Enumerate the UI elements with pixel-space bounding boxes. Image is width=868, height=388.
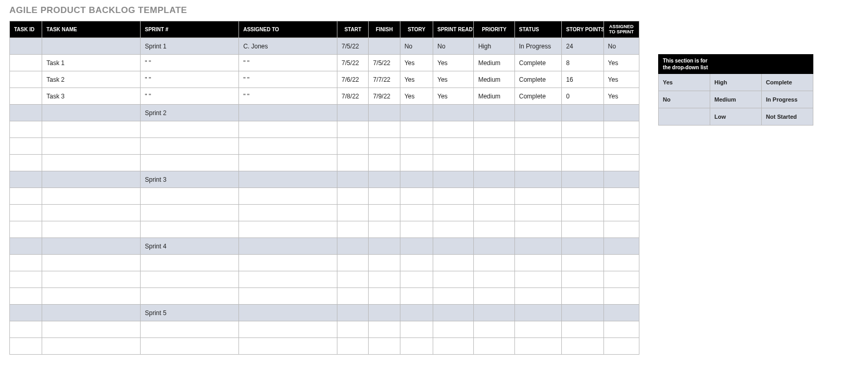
cell-status[interactable]	[514, 205, 561, 221]
cell-assigned-to-sprint[interactable]	[603, 205, 639, 221]
cell-finish[interactable]: 7/5/22	[369, 55, 400, 71]
cell-finish[interactable]	[369, 305, 400, 321]
cell-sprint[interactable]: Sprint 5	[141, 305, 239, 321]
cell-sprint[interactable]	[141, 138, 239, 155]
cell-priority[interactable]	[474, 238, 514, 255]
cell-assigned-to[interactable]	[239, 138, 337, 155]
cell-start[interactable]	[337, 155, 369, 171]
cell-task-name[interactable]	[42, 171, 141, 188]
cell-status[interactable]	[514, 171, 561, 188]
cell-sprint-ready[interactable]	[433, 188, 474, 205]
cell-sprint-ready[interactable]	[433, 238, 474, 255]
cell-status[interactable]	[514, 221, 561, 238]
cell-finish[interactable]	[369, 155, 400, 171]
cell-task-id[interactable]	[10, 38, 42, 55]
cell-sprint-ready[interactable]	[433, 171, 474, 188]
cell-sprint[interactable]: " "	[141, 71, 239, 88]
cell-task-name[interactable]	[42, 205, 141, 221]
cell-start[interactable]	[337, 238, 369, 255]
cell-story-points[interactable]	[562, 338, 603, 355]
cell-priority[interactable]	[474, 171, 514, 188]
cell-finish[interactable]	[369, 321, 400, 338]
cell-story-points[interactable]	[562, 305, 603, 321]
cell-task-id[interactable]	[10, 171, 42, 188]
cell-sprint-ready[interactable]	[433, 221, 474, 238]
cell-start[interactable]	[337, 105, 369, 121]
cell-story-points[interactable]	[562, 171, 603, 188]
cell-finish[interactable]	[369, 188, 400, 205]
cell-assigned-to-sprint[interactable]	[603, 271, 639, 288]
cell-status[interactable]	[514, 188, 561, 205]
cell-assigned-to[interactable]	[239, 121, 337, 138]
cell-story-points[interactable]: 24	[562, 38, 603, 55]
cell-sprint-ready[interactable]	[433, 105, 474, 121]
cell-assigned-to-sprint[interactable]	[603, 338, 639, 355]
cell-start[interactable]: 7/5/22	[337, 55, 369, 71]
cell-assigned-to[interactable]	[239, 171, 337, 188]
cell-task-id[interactable]	[10, 221, 42, 238]
cell-priority[interactable]	[474, 221, 514, 238]
cell-sprint-ready[interactable]	[433, 138, 474, 155]
cell-start[interactable]	[337, 305, 369, 321]
cell-task-id[interactable]	[10, 321, 42, 338]
cell-story-points[interactable]	[562, 288, 603, 305]
cell-task-id[interactable]	[10, 188, 42, 205]
cell-task-id[interactable]	[10, 305, 42, 321]
cell-assigned-to[interactable]	[239, 271, 337, 288]
cell-start[interactable]	[337, 171, 369, 188]
cell-task-id[interactable]	[10, 338, 42, 355]
cell-story-points[interactable]	[562, 255, 603, 271]
cell-priority[interactable]	[474, 138, 514, 155]
cell-task-name[interactable]	[42, 105, 141, 121]
cell-task-id[interactable]	[10, 121, 42, 138]
cell-start[interactable]	[337, 221, 369, 238]
cell-assigned-to-sprint[interactable]	[603, 138, 639, 155]
cell-assigned-to-sprint[interactable]	[603, 121, 639, 138]
cell-task-id[interactable]	[10, 105, 42, 121]
cell-priority[interactable]	[474, 338, 514, 355]
cell-story[interactable]: No	[400, 38, 433, 55]
cell-task-name[interactable]	[42, 188, 141, 205]
cell-start[interactable]	[337, 255, 369, 271]
cell-story[interactable]	[400, 288, 433, 305]
cell-priority[interactable]: Medium	[474, 55, 514, 71]
cell-assigned-to[interactable]	[239, 205, 337, 221]
cell-status[interactable]	[514, 305, 561, 321]
cell-status[interactable]	[514, 288, 561, 305]
cell-story-points[interactable]	[562, 205, 603, 221]
cell-status[interactable]: Complete	[514, 88, 561, 105]
cell-task-name[interactable]	[42, 271, 141, 288]
cell-sprint-ready[interactable]	[433, 305, 474, 321]
cell-status[interactable]	[514, 155, 561, 171]
cell-sprint[interactable]	[141, 255, 239, 271]
cell-sprint[interactable]: " "	[141, 88, 239, 105]
cell-sprint-ready[interactable]: Yes	[433, 88, 474, 105]
cell-sprint-ready[interactable]	[433, 288, 474, 305]
cell-task-id[interactable]	[10, 71, 42, 88]
cell-assigned-to-sprint[interactable]: Yes	[603, 88, 639, 105]
cell-sprint[interactable]	[141, 188, 239, 205]
cell-finish[interactable]	[369, 255, 400, 271]
cell-priority[interactable]	[474, 121, 514, 138]
cell-finish[interactable]	[369, 38, 400, 55]
cell-assigned-to[interactable]: " "	[239, 55, 337, 71]
cell-story-points[interactable]	[562, 105, 603, 121]
cell-task-id[interactable]	[10, 255, 42, 271]
cell-story-points[interactable]: 0	[562, 88, 603, 105]
cell-story[interactable]	[400, 121, 433, 138]
cell-task-name[interactable]: Task 1	[42, 55, 141, 71]
cell-finish[interactable]	[369, 221, 400, 238]
cell-story[interactable]	[400, 338, 433, 355]
cell-assigned-to-sprint[interactable]	[603, 255, 639, 271]
cell-assigned-to[interactable]	[239, 188, 337, 205]
cell-story-points[interactable]	[562, 138, 603, 155]
cell-assigned-to-sprint[interactable]: Yes	[603, 71, 639, 88]
cell-sprint[interactable]	[141, 321, 239, 338]
cell-finish[interactable]	[369, 338, 400, 355]
cell-sprint-ready[interactable]	[433, 321, 474, 338]
cell-finish[interactable]: 7/9/22	[369, 88, 400, 105]
cell-assigned-to-sprint[interactable]	[603, 288, 639, 305]
cell-finish[interactable]	[369, 138, 400, 155]
cell-assigned-to-sprint[interactable]	[603, 221, 639, 238]
cell-task-id[interactable]	[10, 288, 42, 305]
